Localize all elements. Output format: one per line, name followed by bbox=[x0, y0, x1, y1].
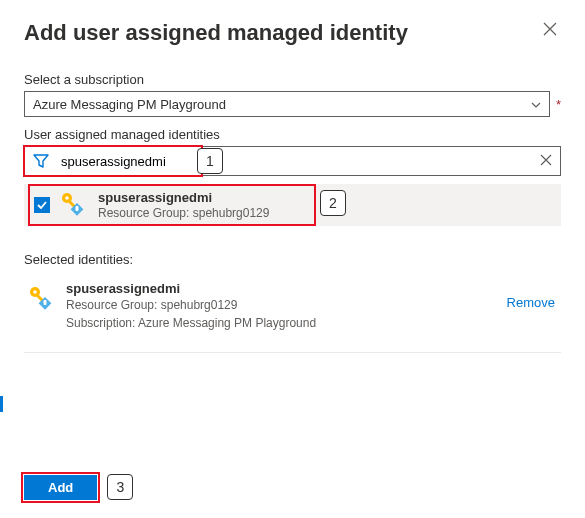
svg-rect-4 bbox=[76, 206, 79, 211]
required-indicator: * bbox=[556, 97, 561, 112]
selected-identities-label: Selected identities: bbox=[24, 252, 561, 267]
identity-filter-input[interactable] bbox=[57, 147, 532, 175]
chevron-down-icon bbox=[531, 98, 541, 110]
selected-identity-rg: Resource Group: spehubrg0129 bbox=[66, 296, 497, 314]
identity-result-text: spuserassignedmi Resource Group: spehubr… bbox=[98, 190, 269, 220]
callout-1: 1 bbox=[197, 148, 223, 174]
subscription-value: Azure Messaging PM Playground bbox=[33, 97, 226, 112]
callout-3: 3 bbox=[107, 474, 133, 500]
identity-filter-row: 1 bbox=[24, 146, 561, 176]
left-accent bbox=[0, 396, 3, 412]
selected-identity-row: spuserassignedmi Resource Group: spehubr… bbox=[24, 279, 561, 348]
identities-label: User assigned managed identities bbox=[24, 127, 561, 142]
identity-checkbox[interactable] bbox=[34, 197, 50, 213]
clear-filter-icon[interactable] bbox=[532, 154, 560, 169]
identity-result-row[interactable]: spuserassignedmi Resource Group: spehubr… bbox=[24, 184, 561, 226]
managed-identity-icon bbox=[28, 285, 56, 313]
close-icon[interactable] bbox=[539, 20, 561, 42]
divider bbox=[24, 352, 561, 353]
page-title: Add user assigned managed identity bbox=[24, 20, 408, 46]
subscription-label: Select a subscription bbox=[24, 72, 561, 87]
callout-2: 2 bbox=[320, 190, 346, 216]
subscription-select[interactable]: Azure Messaging PM Playground bbox=[24, 91, 550, 117]
selected-identity-sub: Subscription: Azure Messaging PM Playgro… bbox=[66, 314, 497, 332]
svg-point-6 bbox=[33, 290, 37, 294]
selected-identity-name: spuserassignedmi bbox=[66, 281, 497, 296]
add-button[interactable]: Add bbox=[24, 475, 97, 500]
svg-rect-9 bbox=[44, 300, 47, 305]
filter-icon bbox=[25, 147, 57, 175]
remove-link[interactable]: Remove bbox=[507, 295, 555, 310]
managed-identity-icon bbox=[60, 191, 88, 219]
svg-point-1 bbox=[65, 196, 69, 200]
